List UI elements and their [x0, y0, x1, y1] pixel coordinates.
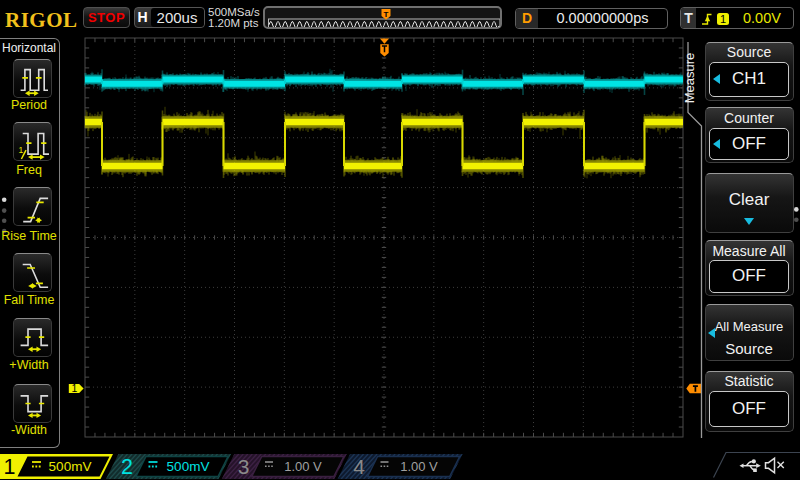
svg-text:500mV: 500mV [167, 459, 210, 474]
svg-text:T: T [384, 10, 389, 19]
svg-text:1.00 V: 1.00 V [400, 459, 438, 474]
svg-text:Measure: Measure [682, 53, 697, 104]
svg-text:4: 4 [353, 455, 365, 478]
svg-text:1: 1 [71, 382, 77, 394]
svg-text:2: 2 [121, 455, 133, 479]
svg-text:1: 1 [4, 455, 16, 479]
svg-text:500mV: 500mV [49, 459, 92, 474]
svg-text:1.00 V: 1.00 V [284, 459, 322, 474]
svg-text:3: 3 [238, 455, 250, 478]
svg-text:1: 1 [19, 145, 24, 155]
